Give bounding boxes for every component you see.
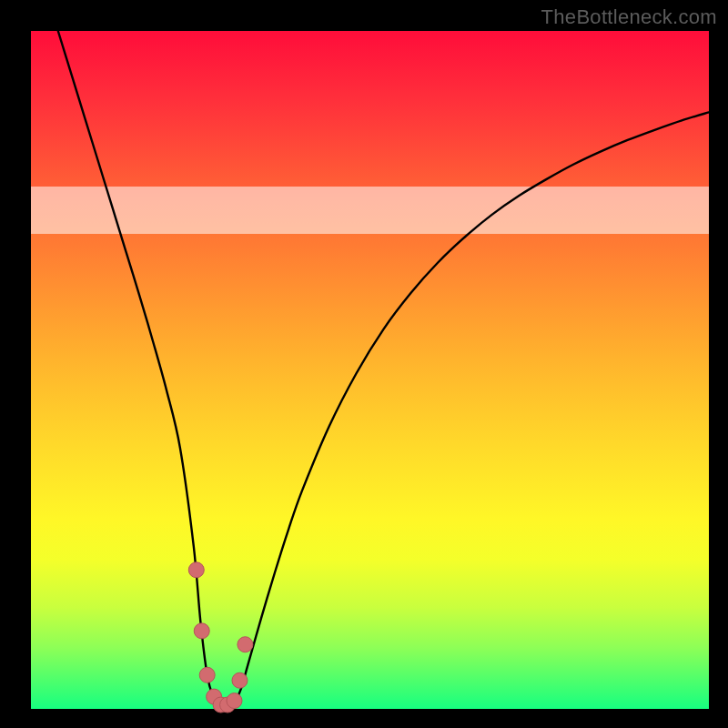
sweet-spot-dot [227,693,242,709]
watermark-text: TheBottleneck.com [541,5,717,29]
sweet-spot-dot [238,637,253,652]
sweet-spot-dot [199,667,215,682]
chart-svg [31,31,709,709]
sweet-spot-dot [188,562,204,578]
sweet-spot-dot [232,672,248,688]
bottleneck-curve [58,31,709,706]
chart-frame: TheBottleneck.com [0,0,728,728]
plot-area [31,31,709,709]
sweet-spot-dot [194,623,209,639]
